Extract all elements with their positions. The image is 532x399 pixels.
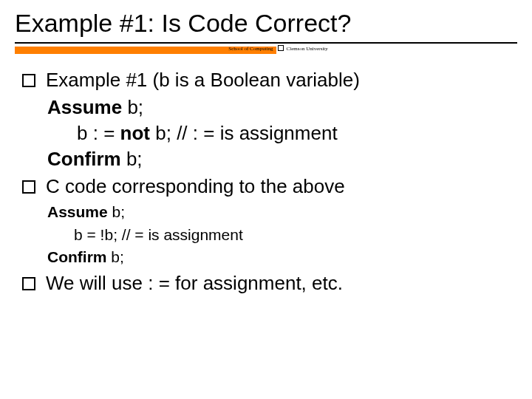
- header-right-label: Clemson University: [285, 45, 517, 52]
- code-block-1: Assume b; b : = not b; // : = is assignm…: [22, 95, 517, 172]
- bullet-2: C code corresponding to the above: [22, 174, 517, 200]
- slide: Example #1: Is Code Correct? School of C…: [0, 0, 532, 399]
- rule-thin: [15, 42, 517, 44]
- bullet-1: Example #1 (b is a Boolean variable): [22, 67, 517, 93]
- square-icon: [278, 45, 284, 51]
- bullet-2-text: C code corresponding to the above: [46, 174, 517, 200]
- rule-labels: School of Computing Clemson University: [15, 45, 517, 52]
- header-left-label: School of Computing: [15, 45, 276, 52]
- bullet-1-text: Example #1 (b is a Boolean variable): [46, 67, 517, 93]
- bullet-marker-icon: [22, 277, 35, 290]
- kw-not: not: [120, 122, 150, 144]
- bullet-3-text: We will use : = for assignment, etc.: [46, 270, 517, 296]
- slide-body: Example #1 (b is a Boolean variable) Ass…: [15, 67, 517, 296]
- kw-assume-c: Assume: [47, 203, 108, 220]
- code-block-2: Assume b; b = !b; // = is assignment Con…: [22, 201, 517, 268]
- bullet-3: We will use : = for assignment, etc.: [22, 270, 517, 296]
- bullet-marker-icon: [22, 74, 35, 87]
- comment-1: // : = is assignment: [177, 122, 337, 144]
- comment-2: // = is assignment: [122, 226, 243, 243]
- slide-title: Example #1: Is Code Correct?: [15, 9, 517, 38]
- bullet-marker-icon: [22, 180, 35, 194]
- kw-confirm-c: Confirm: [47, 248, 107, 265]
- title-rule: School of Computing Clemson University: [15, 42, 517, 54]
- kw-confirm: Confirm: [47, 148, 121, 170]
- kw-assume: Assume: [47, 96, 122, 118]
